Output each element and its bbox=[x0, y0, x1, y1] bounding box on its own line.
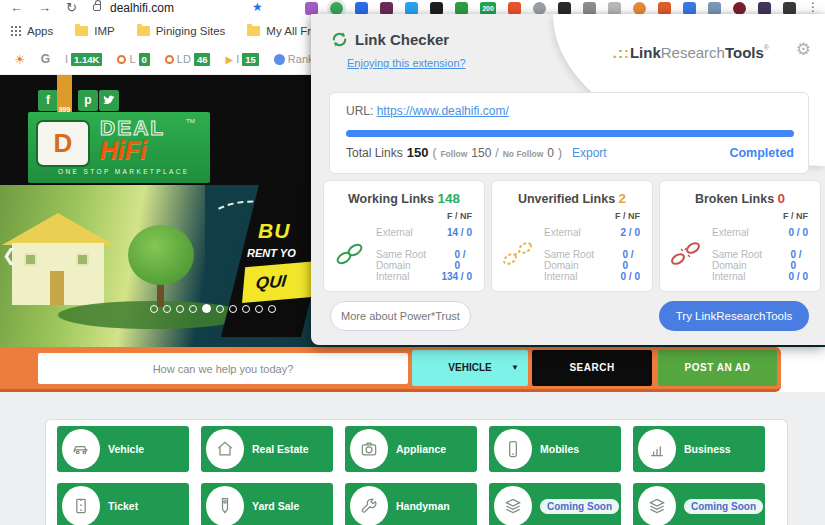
browser-menu-icon[interactable]: ⋮ bbox=[807, 0, 819, 14]
category-handyman[interactable]: Handyman bbox=[345, 483, 477, 525]
site-search-bar: VEHICLE ▼ SEARCH POST AN AD bbox=[0, 347, 781, 392]
status-completed: Completed bbox=[729, 146, 794, 160]
unverified-chain-icon bbox=[502, 239, 534, 267]
bookmark-folder-pinging[interactable]: Piniging Sites bbox=[137, 25, 226, 37]
export-link[interactable]: Export bbox=[572, 146, 607, 160]
forward-icon[interactable]: → bbox=[38, 0, 51, 15]
search-button[interactable]: SEARCH bbox=[532, 350, 652, 386]
logo-tm: TM bbox=[186, 118, 195, 124]
carousel-dot[interactable] bbox=[176, 305, 184, 313]
seo-badge: 0 bbox=[139, 53, 150, 66]
seo-index-item[interactable]: I 1.14K bbox=[65, 53, 102, 66]
ring-icon bbox=[117, 55, 126, 64]
category-appliance[interactable]: Appliance bbox=[345, 426, 477, 472]
category-coming-soon-1[interactable]: Coming Soon bbox=[489, 483, 621, 525]
logo-emblem-icon: D bbox=[36, 120, 90, 167]
house-door bbox=[50, 271, 64, 305]
link-checker-popup: .::LinkResearchTools® ⚙ Link Checker Enj… bbox=[311, 14, 825, 345]
tag-icon bbox=[206, 486, 244, 525]
logo-hifi-text: HiFi bbox=[100, 136, 147, 165]
category-ticket[interactable]: Ticket bbox=[57, 483, 189, 525]
more-about-powertrust-button[interactable]: More about Power*Trust bbox=[330, 301, 471, 331]
dealhifi-logo[interactable]: D DEAL TM HiFi ONE STOP MARKETPLACE bbox=[28, 112, 210, 183]
total-links-value: 150 bbox=[407, 145, 429, 160]
folder-icon bbox=[247, 26, 260, 36]
carousel-dot[interactable] bbox=[268, 305, 276, 313]
link-checker-icon bbox=[331, 31, 348, 48]
progress-bar bbox=[346, 130, 794, 137]
post-ad-button[interactable]: POST AN AD bbox=[658, 350, 777, 386]
address-bar[interactable]: dealhifi.com bbox=[110, 1, 174, 15]
tree-crown bbox=[128, 225, 194, 285]
bar-chart-icon bbox=[638, 429, 676, 469]
popup-title: Link Checker bbox=[355, 31, 449, 48]
category-business[interactable]: Business bbox=[633, 426, 765, 472]
carousel-dot[interactable] bbox=[255, 305, 263, 313]
category-mobiles[interactable]: Mobiles bbox=[489, 426, 621, 472]
ticket-icon bbox=[62, 486, 100, 525]
house-roof bbox=[2, 213, 114, 245]
hero-house-image bbox=[0, 185, 205, 347]
seo-linkdomain-item[interactable]: LD 46 bbox=[165, 53, 211, 66]
url-label: URL: bbox=[346, 104, 373, 118]
carousel-dot[interactable] bbox=[189, 305, 197, 313]
bookmark-folder-imp[interactable]: IMP bbox=[75, 25, 114, 37]
category-dropdown[interactable]: VEHICLE ▼ bbox=[412, 350, 528, 386]
play-icon: ▶ bbox=[225, 54, 233, 65]
folder-icon bbox=[137, 26, 150, 36]
broken-links-card: Broken Links 0 F / NF External0 / 0 Same… bbox=[659, 180, 821, 292]
seoquake-sun-icon[interactable]: ☀ bbox=[14, 52, 26, 67]
camera-icon bbox=[350, 429, 388, 469]
try-linkresearchtools-button[interactable]: Try LinkResearchTools bbox=[659, 301, 809, 331]
carousel-dot-active[interactable] bbox=[202, 304, 211, 313]
pinterest-icon[interactable]: p bbox=[78, 90, 98, 111]
working-count: 148 bbox=[437, 191, 460, 206]
back-icon[interactable]: ← bbox=[10, 0, 23, 15]
phone-icon bbox=[494, 429, 532, 469]
category-vehicle[interactable]: Vehicle bbox=[57, 426, 189, 472]
carousel-dot[interactable] bbox=[229, 305, 237, 313]
logo-tagline: ONE STOP MARKETPLACE bbox=[58, 168, 190, 175]
seo-badge: 1.14K bbox=[71, 53, 102, 66]
carousel-dot[interactable] bbox=[163, 305, 171, 313]
chevron-down-icon: ▼ bbox=[511, 350, 519, 386]
unverified-links-card: Unverified Links 2 F / NF External2 / 0 … bbox=[491, 180, 653, 292]
hero-yellow-banner: QUI bbox=[242, 261, 318, 303]
wrench-icon bbox=[350, 486, 388, 525]
seo-google-item[interactable]: G bbox=[41, 52, 50, 66]
seo-badge: 15 bbox=[242, 53, 259, 66]
layers-icon bbox=[638, 486, 676, 525]
lock-icon bbox=[93, 4, 101, 11]
bookmark-star-icon[interactable]: ★ bbox=[252, 0, 263, 14]
carousel-dot[interactable] bbox=[242, 305, 250, 313]
nofollow-count: 0 bbox=[547, 146, 554, 160]
gear-icon[interactable]: ⚙ bbox=[796, 39, 811, 60]
category-real-estate[interactable]: Real Estate bbox=[201, 426, 333, 472]
carousel-prev-icon[interactable]: ❮ bbox=[2, 245, 16, 266]
carousel-dot[interactable] bbox=[216, 305, 224, 313]
ring-icon bbox=[165, 55, 174, 64]
home-icon bbox=[206, 429, 244, 469]
working-chain-icon bbox=[334, 239, 366, 267]
seo-video-item[interactable]: ▶ I 15 bbox=[225, 53, 258, 66]
carousel-dot[interactable] bbox=[150, 305, 158, 313]
house-window bbox=[24, 253, 37, 266]
broken-chain-icon bbox=[670, 239, 702, 267]
bookmark-apps[interactable]: Apps bbox=[10, 25, 53, 37]
facebook-icon[interactable]: f bbox=[38, 90, 58, 111]
checked-url-link[interactable]: https://www.dealhifi.com/ bbox=[377, 104, 509, 118]
category-yard-sale[interactable]: Yard Sale bbox=[201, 483, 333, 525]
seo-links-item[interactable]: L 0 bbox=[117, 53, 149, 66]
popup-header: Link Checker bbox=[331, 31, 449, 48]
seo-badge: 46 bbox=[194, 53, 211, 66]
linkresearchtools-logo: .::LinkResearchTools® bbox=[613, 44, 769, 61]
enjoying-extension-link[interactable]: Enjoying this extension? bbox=[347, 57, 466, 69]
broken-count: 0 bbox=[778, 191, 786, 206]
unverified-count: 2 bbox=[619, 191, 627, 206]
search-input[interactable] bbox=[38, 353, 408, 384]
carousel-dots bbox=[150, 304, 276, 313]
category-coming-soon-2[interactable]: Coming Soon bbox=[633, 483, 765, 525]
twitter-icon[interactable] bbox=[99, 90, 119, 111]
categories-section: Vehicle Real Estate Appliance Mobiles Bu… bbox=[0, 392, 825, 525]
refresh-icon[interactable]: ↻ bbox=[66, 0, 77, 15]
